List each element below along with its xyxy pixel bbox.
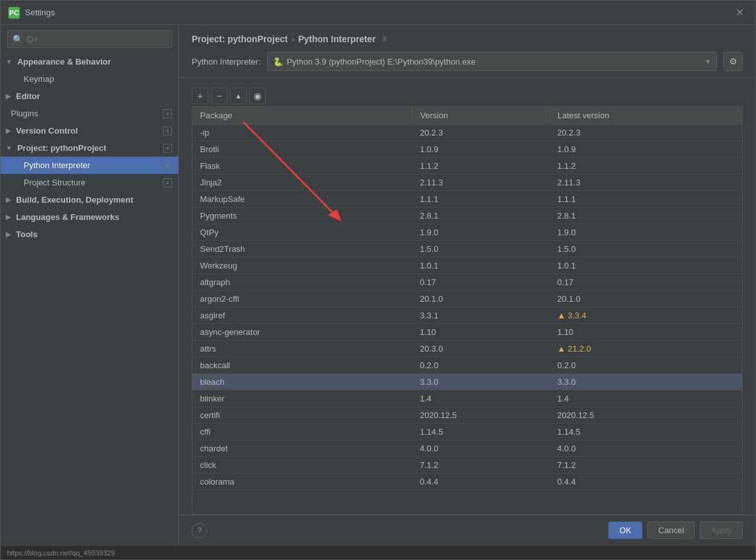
package-name: click bbox=[192, 457, 412, 474]
chevron-right-icon4: ▶ bbox=[6, 214, 11, 221]
package-latest: 3.3.0 bbox=[550, 374, 742, 391]
search-icon: 🔍 bbox=[13, 35, 23, 44]
package-name: Pygments bbox=[192, 208, 412, 224]
package-name: bleach bbox=[192, 374, 412, 391]
apply-button[interactable]: Apply bbox=[700, 522, 743, 539]
package-name: MarkupSafe bbox=[192, 191, 412, 208]
sidebar-item-appearance[interactable]: ▼ Appearance & Behavior bbox=[1, 53, 178, 70]
help-button[interactable]: ? bbox=[192, 523, 207, 538]
table-row[interactable]: bleach3.3.03.3.0 bbox=[192, 374, 742, 391]
chevron-down-icon: ▼ bbox=[6, 58, 12, 65]
table-row[interactable]: attrs20.3.0▲ 21.2.0 bbox=[192, 341, 742, 357]
sidebar-item-languages[interactable]: ▶ Languages & Frameworks bbox=[1, 208, 178, 226]
bottom-right: OK Cancel Apply bbox=[608, 522, 743, 539]
table-row[interactable]: chardet4.0.04.0.0 bbox=[192, 440, 742, 457]
table-header-row: Package Version Latest version bbox=[192, 107, 742, 125]
chevron-right-icon2: ▶ bbox=[6, 127, 11, 134]
table-row[interactable]: -ip20.2.320.2.3 bbox=[192, 125, 742, 141]
sidebar-item-project-structure[interactable]: Project Structure ≡ bbox=[1, 174, 178, 191]
sidebar-item-python-interpreter[interactable]: Python Interpreter ≡ bbox=[1, 157, 178, 174]
table-row[interactable]: click7.1.27.1.2 bbox=[192, 457, 742, 474]
sidebar-item-build[interactable]: ▶ Build, Execution, Deployment bbox=[1, 191, 178, 208]
table-row[interactable]: colorama0.4.40.4.4 bbox=[192, 474, 742, 490]
package-name: certifi bbox=[192, 407, 412, 424]
package-version: 20.3.0 bbox=[412, 341, 550, 357]
table-row[interactable]: Pygments2.8.12.8.1 bbox=[192, 208, 742, 224]
sidebar: 🔍 ▼ Appearance & Behavior Keymap ▶ Edito… bbox=[1, 25, 179, 545]
package-name: altgraph bbox=[192, 274, 412, 291]
table-row[interactable]: Brotli1.0.91.0.9 bbox=[192, 141, 742, 158]
table-row[interactable]: cffi1.14.51.14.5 bbox=[192, 424, 742, 440]
table-row[interactable]: Jinja22.11.32.11.3 bbox=[192, 175, 742, 191]
package-latest: 0.2.0 bbox=[550, 357, 742, 374]
table-row[interactable]: asgiref3.3.1▲ 3.3.4 bbox=[192, 307, 742, 324]
sidebar-item-editor[interactable]: ▶ Editor bbox=[1, 88, 178, 105]
ok-button[interactable]: OK bbox=[608, 522, 642, 539]
project-badge: ≡ bbox=[163, 144, 172, 153]
table-row[interactable]: Flask1.1.21.1.2 bbox=[192, 158, 742, 175]
package-name: cffi bbox=[192, 424, 412, 440]
table-row[interactable]: QtPy1.9.01.9.0 bbox=[192, 224, 742, 241]
sidebar-item-project[interactable]: ▼ Project: pythonProject ≡ bbox=[1, 139, 178, 157]
table-row[interactable]: certifi2020.12.52020.12.5 bbox=[192, 407, 742, 424]
title-bar: PC Settings ✕ bbox=[1, 1, 755, 25]
package-version: 1.0.9 bbox=[412, 141, 550, 158]
package-version: 2.8.1 bbox=[412, 208, 550, 224]
upgrade-package-button[interactable]: ▲ bbox=[230, 88, 247, 104]
table-row[interactable]: Werkzeug1.0.11.0.1 bbox=[192, 258, 742, 274]
column-package: Package bbox=[192, 107, 412, 125]
package-table-wrapper[interactable]: Package Version Latest version -ip20.2.3… bbox=[192, 106, 743, 515]
package-name: Flask bbox=[192, 158, 412, 175]
sidebar-item-keymap[interactable]: Keymap bbox=[1, 70, 178, 88]
package-version: 1.0.1 bbox=[412, 258, 550, 274]
table-row[interactable]: altgraph0.170.17 bbox=[192, 274, 742, 291]
package-version: 1.10 bbox=[412, 324, 550, 341]
sidebar-item-tools[interactable]: ▶ Tools bbox=[1, 226, 178, 243]
package-name: QtPy bbox=[192, 224, 412, 241]
show-details-button[interactable]: ◉ bbox=[249, 88, 266, 104]
package-latest: 1.0.9 bbox=[550, 141, 742, 158]
remove-package-button[interactable]: − bbox=[211, 88, 228, 104]
package-version: 1.1.1 bbox=[412, 191, 550, 208]
table-row[interactable]: backcall0.2.00.2.0 bbox=[192, 357, 742, 374]
package-latest: 0.17 bbox=[550, 274, 742, 291]
main-content: Project: pythonProject › Python Interpre… bbox=[179, 25, 755, 545]
package-latest: 1.4 bbox=[550, 391, 742, 407]
column-version: Version bbox=[412, 107, 550, 125]
search-input[interactable] bbox=[27, 35, 166, 44]
add-package-button[interactable]: + bbox=[192, 88, 208, 104]
interpreter-settings-button[interactable]: ⚙ bbox=[723, 52, 743, 71]
python-icon: 🐍 bbox=[273, 57, 283, 66]
toolbar: + − ▲ ◉ bbox=[192, 86, 743, 106]
package-latest: 20.2.3 bbox=[550, 125, 742, 141]
table-row[interactable]: Send2Trash1.5.01.5.0 bbox=[192, 241, 742, 258]
sidebar-item-version-control[interactable]: ▶ Version Control ≡ bbox=[1, 122, 178, 139]
search-box[interactable]: 🔍 bbox=[7, 30, 172, 48]
package-version: 3.3.1 bbox=[412, 307, 550, 324]
breadcrumb: Project: pythonProject › Python Interpre… bbox=[192, 34, 743, 44]
interpreter-select[interactable]: 🐍 Python 3.9 (pythonProject) E:\Python39… bbox=[267, 52, 717, 71]
package-version: 0.17 bbox=[412, 274, 550, 291]
package-name: -ip bbox=[192, 125, 412, 141]
package-table-body: -ip20.2.320.2.3Brotli1.0.91.0.9Flask1.1.… bbox=[192, 125, 742, 490]
chevron-right-icon: ▶ bbox=[6, 93, 11, 100]
table-row[interactable]: async-generator1.101.10 bbox=[192, 324, 742, 341]
sidebar-item-plugins[interactable]: Plugins ≡ bbox=[1, 105, 178, 122]
package-version: 1.9.0 bbox=[412, 224, 550, 241]
close-button[interactable]: ✕ bbox=[732, 5, 748, 20]
package-version: 1.5.0 bbox=[412, 241, 550, 258]
interpreter-row: Python Interpreter: 🐍 Python 3.9 (python… bbox=[192, 52, 743, 71]
table-row[interactable]: MarkupSafe1.1.11.1.1 bbox=[192, 191, 742, 208]
package-version: 4.0.0 bbox=[412, 440, 550, 457]
bottom-bar: ? OK Cancel Apply bbox=[179, 515, 755, 545]
package-name: attrs bbox=[192, 341, 412, 357]
table-row[interactable]: argon2-cffi20.1.020.1.0 bbox=[192, 291, 742, 307]
package-latest: 1.1.2 bbox=[550, 158, 742, 175]
package-name: asgiref bbox=[192, 307, 412, 324]
plugins-badge: ≡ bbox=[163, 109, 172, 118]
package-latest: 7.1.2 bbox=[550, 457, 742, 474]
package-name: backcall bbox=[192, 357, 412, 374]
table-row[interactable]: blinker1.41.4 bbox=[192, 391, 742, 407]
package-latest: 4.0.0 bbox=[550, 440, 742, 457]
cancel-button[interactable]: Cancel bbox=[647, 522, 695, 539]
